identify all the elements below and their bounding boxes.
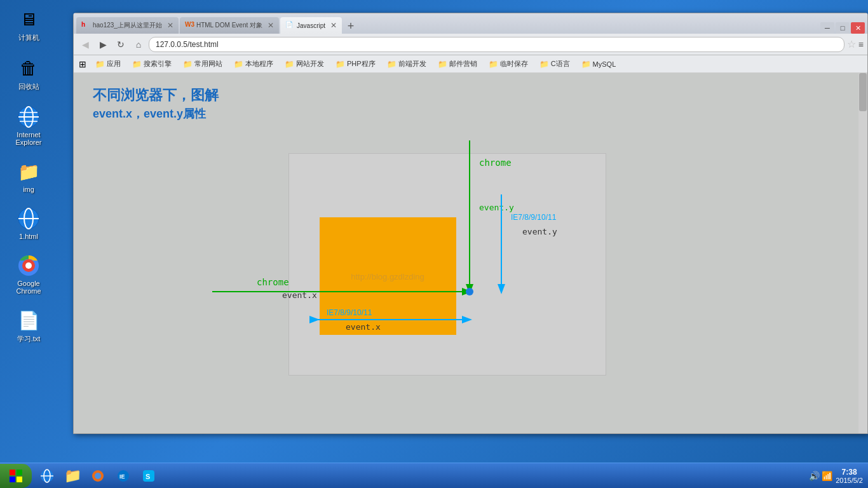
bookmark-c-label: C语言: [551, 59, 570, 69]
taskbar-right: 🔊 📶 7:38 2015/5/2: [809, 468, 868, 484]
desktop-icon-img[interactable]: 📁 img: [6, 159, 51, 193]
taskbar-items: 📁 IE S: [35, 464, 809, 487]
diagram-area: http://blog.gzdlzding chrome event.y c: [206, 134, 727, 414]
maximize-button[interactable]: □: [836, 22, 850, 34]
bookmark-local[interactable]: 📁 本地程序: [229, 57, 278, 71]
bookmark-folder-icon-10: 📁: [539, 60, 549, 69]
bookmark-folder-icon-7: 📁: [387, 60, 397, 69]
main-content: 不同浏览器下，图解 event.x，event.y属性 http://blog.…: [74, 73, 858, 433]
bookmark-search[interactable]: 📁 搜索引擎: [127, 57, 177, 71]
forward-button[interactable]: ▶: [95, 37, 111, 52]
bookmark-mysql-label: MySQL: [593, 60, 616, 68]
svg-rect-17: [10, 470, 15, 475]
desktop-icon-note[interactable]: 📄 学习.txt: [6, 308, 51, 344]
bookmark-webdev[interactable]: 📁 网站开发: [280, 57, 329, 71]
taskbar: 📁 IE S 🔊 📶 7:38 2015/5/2: [0, 463, 868, 488]
1html-label: 1.html: [19, 233, 38, 240]
chrome-left-label: chrome: [257, 277, 289, 287]
page-content: 不同浏览器下，图解 event.x，event.y属性 http://blog.…: [74, 73, 867, 433]
recycle-icon: 🗑: [16, 55, 41, 81]
chrome-menu[interactable]: ≡: [858, 39, 864, 50]
taskbar-icon-2: 📶: [822, 471, 832, 481]
tab-htmldom-label: HTML DOM Event 对象: [196, 21, 262, 30]
taskbar-ie2[interactable]: IE: [111, 464, 135, 487]
close-button[interactable]: ✕: [851, 22, 865, 34]
taskbar-folder[interactable]: 📁: [60, 464, 85, 487]
bookmark-star[interactable]: ☆: [847, 38, 856, 50]
computer-icon: 🖥: [16, 6, 41, 32]
hao123-favicon: h: [81, 21, 90, 30]
note-label: 学习.txt: [17, 334, 41, 344]
tab-javascript-close[interactable]: ✕: [330, 21, 337, 30]
bookmark-php[interactable]: 📁 PHP程序: [330, 57, 381, 71]
desktop-icon-ie[interactable]: Internet Explorer: [6, 104, 51, 146]
bookmark-search-label: 搜索引擎: [144, 59, 172, 69]
bookmark-yingyong[interactable]: 📁 应用: [90, 57, 126, 71]
start-button[interactable]: [0, 464, 32, 488]
tab-hao123-close[interactable]: ✕: [167, 21, 173, 30]
tab-hao123[interactable]: h hao123_上网从这里开始 ✕: [76, 17, 179, 34]
element-box: http://blog.gzdlzding: [320, 217, 456, 335]
taskbar-ie[interactable]: [35, 464, 59, 487]
clock-time: 7:38: [836, 468, 863, 477]
tabs-bar: h hao123_上网从这里开始 ✕ W3 HTML DOM Event 对象 …: [74, 13, 867, 34]
taskbar-firefox[interactable]: [86, 464, 110, 487]
bookmark-folder-icon-4: 📁: [234, 60, 243, 69]
bookmark-folder-icon-6: 📁: [336, 60, 345, 69]
desktop-icon-recycle[interactable]: 🗑 回收站: [6, 55, 51, 92]
desktop-icons: 🖥 计算机 🗑 回收站 Internet Explorer 📁 img: [6, 6, 51, 344]
bookmark-temp[interactable]: 📁 临时保存: [484, 57, 533, 71]
desktop-icon-1html[interactable]: 1.html: [6, 206, 51, 240]
desktop-icon-chrome[interactable]: Google Chrome: [6, 253, 51, 295]
scrollbar-thumb[interactable]: [859, 73, 867, 111]
bookmarks-bar: ⊞ 📁 应用 📁 搜索引擎 📁 常用网站 📁 本地程序 📁 网站开发: [74, 55, 867, 73]
chrome-desktop-icon: [16, 253, 41, 278]
bookmark-mysql[interactable]: 📁 MySQL: [576, 57, 621, 71]
tab-javascript[interactable]: 📄 Javascript ✕: [280, 17, 342, 34]
new-tab-button[interactable]: +: [343, 18, 358, 34]
viewport-box: http://blog.gzdlzding: [288, 153, 606, 376]
bookmark-email-label: 邮件营销: [449, 59, 477, 69]
bookmark-email[interactable]: 📁 邮件营销: [433, 57, 482, 71]
scrollbar[interactable]: [858, 73, 867, 433]
ie-label: Internet Explorer: [6, 131, 51, 146]
svg-rect-18: [17, 470, 22, 475]
taskbar-skype[interactable]: S: [137, 464, 161, 487]
bookmark-folder-icon-11: 📁: [581, 60, 591, 69]
bookmark-folder-icon-2: 📁: [132, 60, 142, 69]
tab-htmldom[interactable]: W3 HTML DOM Event 对象 ✕: [180, 17, 279, 34]
bookmark-yingyong-label: 应用: [107, 59, 121, 69]
bookmark-frontend[interactable]: 📁 前端开发: [382, 57, 431, 71]
minimize-button[interactable]: ─: [820, 22, 834, 34]
ie-icon: [16, 104, 41, 130]
tab-htmldom-close[interactable]: ✕: [268, 21, 274, 30]
svg-point-10: [25, 262, 32, 269]
bookmark-c[interactable]: 📁 C语言: [534, 57, 575, 71]
watermark: http://blog.gzdlzding: [351, 271, 424, 281]
back-button[interactable]: ◀: [78, 37, 93, 52]
recycle-label: 回收站: [18, 82, 39, 92]
bookmark-local-label: 本地程序: [245, 59, 273, 69]
apps-icon[interactable]: ⊞: [79, 59, 86, 69]
chrome-desktop-label: Google Chrome: [6, 280, 51, 295]
refresh-button[interactable]: ↻: [113, 37, 128, 52]
bookmark-folder-icon-9: 📁: [489, 60, 498, 69]
1html-icon: [16, 206, 41, 231]
bookmark-php-label: PHP程序: [347, 59, 376, 69]
javascript-favicon: 📄: [285, 21, 294, 30]
bookmark-folder-icon-8: 📁: [438, 60, 447, 69]
bookmark-common-label: 常用网站: [194, 59, 222, 69]
bookmark-folder-icon-5: 📁: [285, 60, 294, 69]
computer-label: 计算机: [18, 33, 39, 43]
url-display: 127.0.0.5/test.html: [156, 40, 219, 49]
desktop-icon-computer[interactable]: 🖥 计算机: [6, 6, 51, 43]
home-button[interactable]: ⌂: [131, 37, 146, 52]
taskbar-clock: 7:38 2015/5/2: [836, 468, 863, 484]
svg-rect-19: [10, 477, 15, 482]
bookmark-folder-icon: 📁: [95, 60, 105, 69]
page-title-line2: event.x，event.y属性: [93, 106, 839, 121]
desktop: 🖥 计算机 🗑 回收站 Internet Explorer 📁 img: [0, 0, 868, 463]
bookmark-common[interactable]: 📁 常用网站: [178, 57, 227, 71]
url-bar[interactable]: 127.0.0.5/test.html: [149, 37, 844, 52]
address-bar: ◀ ▶ ↻ ⌂ 127.0.0.5/test.html ☆ ≡: [74, 34, 867, 55]
